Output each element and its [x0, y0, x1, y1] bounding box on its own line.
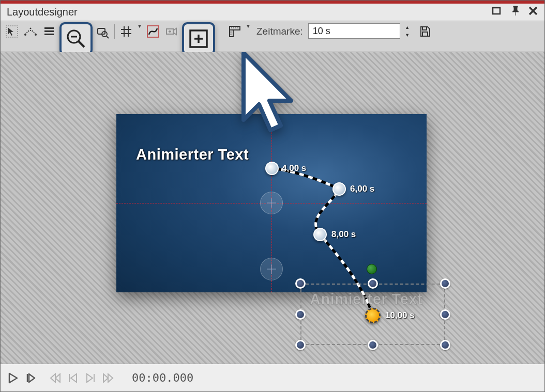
ruler-dropdown-arrow[interactable]: ▼ [245, 23, 251, 29]
window-title: Layoutdesigner [7, 6, 492, 18]
playback-bar: 00:00.000 [1, 364, 544, 391]
keyframe-label: 8,00 s [331, 229, 356, 240]
toolbar-separator [114, 24, 115, 39]
pin-icon[interactable] [510, 6, 521, 19]
window-buttons [492, 6, 538, 19]
play-button[interactable] [6, 370, 20, 386]
rewind-button[interactable] [48, 370, 63, 386]
save-button[interactable] [417, 23, 433, 40]
svg-rect-6 [44, 30, 54, 32]
svg-point-15 [128, 29, 129, 30]
animated-text-ghost: Animierter Text [310, 291, 422, 308]
timemark-input[interactable]: 10 s [308, 23, 400, 39]
next-frame-button[interactable] [83, 370, 98, 386]
svg-rect-33 [422, 27, 427, 30]
motion-path [1, 52, 544, 364]
grid-tool-button[interactable] [118, 23, 134, 40]
svg-rect-0 [493, 8, 500, 14]
selection-handle[interactable] [440, 309, 450, 320]
add-frame-button[interactable] [182, 22, 215, 55]
selection-handle[interactable] [440, 340, 450, 350]
close-icon[interactable] [528, 6, 538, 19]
title-bar: Layoutdesigner [1, 4, 544, 21]
zoom-region-button[interactable] [95, 24, 111, 41]
svg-point-3 [35, 34, 37, 36]
svg-line-9 [79, 41, 84, 47]
svg-point-16 [124, 33, 125, 35]
selection-handle[interactable] [368, 278, 378, 289]
select-tool-button[interactable] [4, 23, 20, 40]
curve-tool-button[interactable] [22, 23, 39, 40]
svg-point-2 [24, 34, 26, 36]
svg-point-4 [30, 28, 32, 29]
keyframe-node[interactable] [265, 162, 279, 175]
svg-rect-7 [44, 34, 54, 35]
svg-rect-30 [230, 30, 233, 37]
zoom-out-button[interactable] [59, 22, 93, 55]
keyframe-node[interactable] [332, 182, 346, 196]
toolbar: ▼ ▼ Zeitmarke: 10 s ▲▼ [1, 21, 544, 52]
svg-rect-5 [44, 27, 54, 29]
timemark-label: Zeitmarke: [256, 23, 303, 40]
grid-dropdown-arrow[interactable]: ▼ [137, 23, 143, 29]
selection-handle[interactable] [368, 340, 378, 350]
minimize-icon[interactable] [492, 6, 503, 19]
layers-tool-button[interactable] [41, 23, 57, 40]
keyframe-node[interactable] [313, 228, 327, 241]
layout-designer-window: Layoutdesigner [0, 0, 545, 392]
svg-line-13 [107, 36, 109, 38]
svg-rect-25 [230, 26, 240, 30]
svg-point-17 [128, 33, 129, 35]
svg-point-14 [124, 29, 125, 30]
path-tool-button[interactable] [145, 23, 161, 40]
selection-handle[interactable] [295, 309, 306, 320]
prev-frame-button[interactable] [66, 370, 80, 386]
timecode-display: 00:00.000 [132, 371, 193, 384]
timemark-spinner[interactable]: ▲▼ [402, 23, 413, 39]
keyframe-label: 4,00 s [282, 163, 306, 174]
forward-button[interactable] [101, 370, 115, 386]
svg-rect-34 [422, 32, 428, 36]
selection-handle[interactable] [295, 278, 306, 289]
play-step-button[interactable] [23, 370, 38, 386]
ruler-tool-button[interactable] [226, 23, 243, 40]
selection-handle[interactable] [295, 340, 306, 350]
keyframe-label: 6,00 s [350, 184, 374, 194]
camera-tool-button[interactable] [163, 23, 180, 40]
canvas-area[interactable]: Animierter Text 4,00 s 6,00 s 8,00 s 10,… [1, 52, 544, 364]
selection-handle[interactable] [440, 278, 450, 289]
